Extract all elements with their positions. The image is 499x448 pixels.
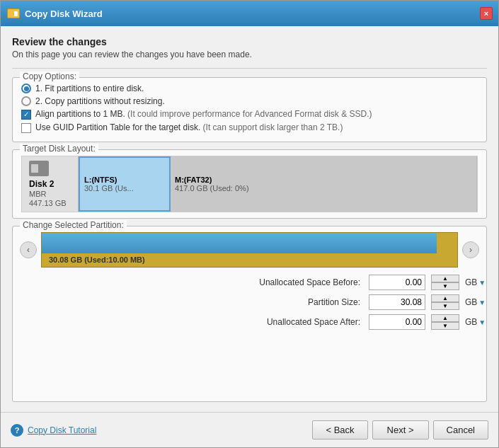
partition-size-down[interactable]: ▼ [431,302,459,310]
partition-size-ntfs: 30.1 GB (Us... [84,184,165,193]
partition-fat32[interactable]: M:(FAT32) 417.0 GB (Used: 0%) [171,156,477,212]
unalloc-before-input[interactable] [369,275,425,290]
partition-fields: Unallocated Space Before: ▲ ▼ GB ▼ Parti… [20,275,479,330]
unalloc-before-dropdown-arrow[interactable]: ▼ [478,279,486,287]
change-partition-label: Change Selected Partition: [20,220,127,230]
partition-size-input[interactable] [369,294,425,310]
partition-letter-ntfs: L:(NTFS) [84,176,165,184]
partition-size-label: Partition Size: [20,297,363,307]
target-disk-group: Target Disk Layout: Disk 2 MBR 447.13 GB… [12,149,487,219]
unalloc-before-up[interactable]: ▲ [431,275,459,282]
partition-size-spinner[interactable]: ▲ ▼ [431,294,459,310]
copy-options-label: Copy Options: [20,71,79,81]
partition-size-unit[interactable]: GB ▼ [465,297,479,307]
close-button[interactable]: × [480,7,493,20]
back-button[interactable]: < Back [312,420,367,440]
unalloc-after-input[interactable] [369,314,425,330]
disk-size: 447.13 GB [29,199,71,207]
help-icon[interactable]: ? [11,424,23,437]
next-partition-button[interactable]: › [462,241,479,258]
option-align-partitions[interactable]: Align partitions to 1 MB. (It could impr… [21,109,478,120]
app-icon [6,6,21,21]
option-copy-no-resize-text: 2. Copy partitions without resizing. [35,96,165,106]
unalloc-after-down[interactable]: ▼ [431,322,459,330]
main-window: Copy Disk Wizard × Review the changes On… [0,0,499,448]
option-align-partitions-text: Align partitions to 1 MB. (It could impr… [35,109,372,119]
change-partition-group: Change Selected Partition: ‹ 30.08 GB (U… [12,226,487,402]
unalloc-after-unit[interactable]: GB ▼ [465,317,479,327]
title-bar: Copy Disk Wizard × [1,1,498,26]
unalloc-after-label: Unallocated Space After: [20,317,363,327]
page-subtitle: On this page you can review the changes … [12,50,487,59]
unalloc-before-label: Unallocated Space Before: [20,277,363,287]
unalloc-before-unit-label: GB [465,277,477,287]
window-title: Copy Disk Wizard [25,8,103,19]
main-content: Review the changes On this page you can … [1,26,498,412]
target-disk-label: Target Disk Layout: [20,144,98,154]
partition-used-bar [42,233,437,253]
unalloc-before-down[interactable]: ▼ [431,282,459,290]
title-bar-left: Copy Disk Wizard [6,6,103,21]
unalloc-after-up[interactable]: ▲ [431,314,459,322]
partition-bar-row: ‹ 30.08 GB (Used:10.00 MB) › [20,232,479,268]
disk-type: MBR [29,190,71,198]
partition-bar: 30.08 GB (Used:10.00 MB) [41,232,458,268]
option-copy-no-resize[interactable]: 2. Copy partitions without resizing. [21,96,478,106]
checkbox-align-partitions[interactable] [21,110,31,120]
disk-info: Disk 2 MBR 447.13 GB [22,156,79,212]
partition-ntfs[interactable]: L:(NTFS) 30.1 GB (Us... [79,156,171,212]
option-guid-partition[interactable]: Use GUID Partition Table for the target … [21,122,478,133]
disk-row: Disk 2 MBR 447.13 GB L:(NTFS) 30.1 GB (U… [21,156,478,212]
unalloc-after-unit-label: GB [465,317,477,327]
partition-letter-fat32: M:(FAT32) [175,176,472,184]
radio-copy-no-resize[interactable] [21,96,31,106]
header-divider [12,68,487,69]
partition-size-fat32: 417.0 GB (Used: 0%) [175,184,472,193]
option-fit-partitions[interactable]: 1. Fit partitions to entire disk. [21,84,478,93]
help-link[interactable]: Copy Disk Tutorial [28,425,96,435]
unalloc-after-spinner[interactable]: ▲ ▼ [431,314,459,330]
partitions-container: L:(NTFS) 30.1 GB (Us... M:(FAT32) 417.0 … [79,156,477,212]
unalloc-after-dropdown-arrow[interactable]: ▼ [478,318,486,326]
radio-fit-partitions[interactable] [21,84,31,93]
bottom-buttons: < Back Next > Cancel [312,420,488,440]
disk-icon-small [29,161,49,176]
partition-bar-label: 30.08 GB (Used:10.00 MB) [49,255,145,264]
unalloc-before-unit[interactable]: GB ▼ [465,277,479,287]
checkbox-guid-partition[interactable] [21,123,31,133]
option-guid-partition-text: Use GUID Partition Table for the target … [35,122,343,132]
partition-size-up[interactable]: ▲ [431,294,459,302]
bottom-bar: ? Copy Disk Tutorial < Back Next > Cance… [1,412,498,447]
prev-partition-button[interactable]: ‹ [20,241,37,258]
page-title: Review the changes [12,36,487,47]
partition-size-dropdown-arrow[interactable]: ▼ [478,299,486,306]
cancel-button[interactable]: Cancel [433,420,488,440]
disk-icon-graphic [7,8,20,18]
copy-options-group: Copy Options: 1. Fit partitions to entir… [12,77,487,142]
option-fit-partitions-text: 1. Fit partitions to entire disk. [35,84,144,93]
next-button[interactable]: Next > [372,420,429,440]
disk-name: Disk 2 [29,179,71,189]
partition-size-unit-label: GB [465,297,477,307]
header-section: Review the changes On this page you can … [12,36,487,59]
unalloc-before-spinner[interactable]: ▲ ▼ [431,275,459,290]
bottom-left: ? Copy Disk Tutorial [11,424,96,437]
